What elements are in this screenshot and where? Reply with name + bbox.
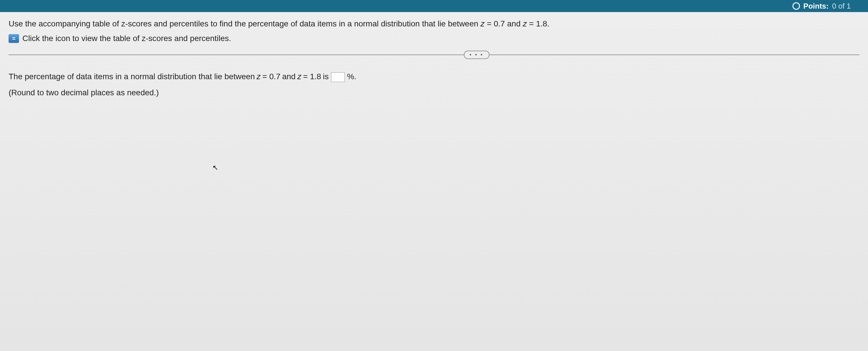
- prompt-prefix: Use the accompanying table of z-scores a…: [9, 19, 480, 28]
- table-icon[interactable]: [9, 34, 19, 43]
- answer-z1-eq: = 0.7: [262, 69, 281, 84]
- z1-eq: = 0.7: [485, 19, 505, 28]
- and-text: and: [505, 19, 523, 28]
- answer-and: and: [282, 69, 296, 84]
- points-value: 0 of 1: [832, 2, 851, 11]
- table-link-row: Click the icon to view the table of z-sc…: [9, 34, 859, 43]
- answer-z1-var: z: [257, 69, 261, 84]
- rounding-note: (Round to two decimal places as needed.): [9, 86, 859, 100]
- percentage-input[interactable]: [331, 72, 345, 82]
- divider-line: [9, 55, 859, 55]
- expand-pill[interactable]: • • •: [464, 51, 489, 59]
- points-display: Points: 0 of 1: [793, 2, 851, 11]
- points-label: Points:: [803, 2, 829, 11]
- z-var-1: z: [480, 19, 485, 28]
- answer-z2-eq: = 1.8: [303, 69, 321, 84]
- points-circle-icon: [793, 2, 800, 10]
- answer-z2-var: z: [297, 69, 301, 84]
- z2-eq: = 1.8.: [527, 19, 550, 28]
- answer-prefix: The percentage of data items in a normal…: [9, 69, 255, 84]
- z-var-2: z: [523, 19, 527, 28]
- answer-section: The percentage of data items in a normal…: [9, 69, 859, 100]
- question-prompt: Use the accompanying table of z-scores a…: [9, 18, 859, 30]
- answer-suffix: %.: [347, 69, 356, 84]
- cursor-icon: ↖: [213, 161, 218, 173]
- answer-line: The percentage of data items in a normal…: [9, 69, 859, 84]
- section-divider: • • •: [9, 55, 859, 55]
- header-bar: Points: 0 of 1: [0, 0, 868, 12]
- table-link-text[interactable]: Click the icon to view the table of z-sc…: [22, 34, 231, 43]
- main-content: Use the accompanying table of z-scores a…: [0, 12, 868, 351]
- answer-is: is: [323, 69, 329, 84]
